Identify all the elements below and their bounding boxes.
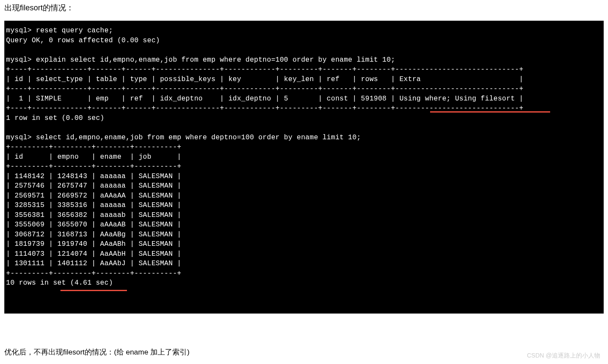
section-heading-optimized: 优化后，不再出现filesort的情况：(给 ename 加上了索引) <box>4 347 604 357</box>
rows-in-set-2: 10 rows in set (4.61 sec) <box>6 279 113 287</box>
table-row: | 3555069 | 3655070 | aAAaAB | SALESMAN … <box>6 221 181 229</box>
table-row: | 1114073 | 1214074 | AaAAbH | SALESMAN … <box>6 250 181 258</box>
table-separator: +---------+---------+--------+----------… <box>6 143 181 151</box>
table-separator: +---------+---------+--------+----------… <box>6 163 181 170</box>
csdn-watermark: CSDN @追逐路上的小人物 <box>527 352 600 360</box>
table-separator: +----+-------------+-------+------+-----… <box>6 85 523 93</box>
table-row: | 1819739 | 1919740 | AAaABh | SALESMAN … <box>6 240 181 248</box>
rows-in-set-1: 1 row in set (0.00 sec) <box>6 114 104 122</box>
table-separator: +---------+---------+--------+----------… <box>6 270 181 277</box>
highlight-underline-timing <box>60 290 127 291</box>
table-row: | 1148142 | 1248143 | aaaaaa | SALESMAN … <box>6 173 181 180</box>
explain-row: | 1 | SIMPLE | emp | ref | idx_deptno | … <box>6 95 523 103</box>
table-row: | 3556381 | 3656382 | aaaaab | SALESMAN … <box>6 211 181 219</box>
query-ok-result: Query OK, 0 rows affected (0.00 sec) <box>6 37 160 44</box>
mysql-cmd-reset: mysql> reset query cache; <box>6 27 113 35</box>
explain-header: | id | select_type | table | type | poss… <box>6 75 523 83</box>
highlight-underline-filesort <box>430 111 550 113</box>
table-row: | 3285315 | 3385316 | aaaaaa | SALESMAN … <box>6 201 181 209</box>
table-row: | 3068712 | 3168713 | AAaABg | SALESMAN … <box>6 231 181 238</box>
mysql-cmd-explain: mysql> explain select id,empno,ename,job… <box>6 56 395 64</box>
section-heading-filesort: 出现filesort的情况： <box>4 3 604 13</box>
terminal-output: mysql> reset query cache; Query OK, 0 ro… <box>4 21 604 314</box>
table-row: | 1301111 | 1401112 | AaAAbJ | SALESMAN … <box>6 260 181 267</box>
result-header: | id | empno | ename | job | <box>6 153 181 161</box>
mysql-cmd-select: mysql> select id,empno,ename,job from em… <box>6 134 361 141</box>
table-row: | 2575746 | 2675747 | aaaaaa | SALESMAN … <box>6 182 181 190</box>
table-row: | 2569571 | 2669572 | aAAaAA | SALESMAN … <box>6 192 181 200</box>
table-separator: +----+-------------+-------+------+-----… <box>6 66 523 73</box>
